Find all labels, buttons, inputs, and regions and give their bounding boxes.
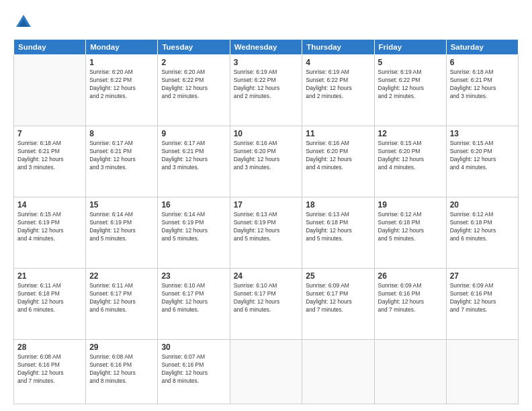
day-info: Sunrise: 6:20 AMSunset: 6:22 PMDaylight:… xyxy=(161,68,226,101)
day-number: 26 xyxy=(378,271,443,281)
calendar: SundayMondayTuesdayWednesdayThursdayFrid… xyxy=(13,39,519,404)
day-number: 3 xyxy=(234,58,299,67)
logo-icon xyxy=(13,12,34,32)
day-number: 12 xyxy=(378,129,443,138)
top-area xyxy=(13,12,519,32)
day-cell: 28Sunrise: 6:08 AMSunset: 6:16 PMDayligh… xyxy=(14,339,86,404)
day-cell: 27Sunrise: 6:09 AMSunset: 6:16 PMDayligh… xyxy=(446,268,518,339)
day-cell: 4Sunrise: 6:19 AMSunset: 6:22 PMDaylight… xyxy=(302,55,374,126)
day-info: Sunrise: 6:14 AMSunset: 6:19 PMDaylight:… xyxy=(89,211,154,243)
page: SundayMondayTuesdayWednesdayThursdayFrid… xyxy=(0,0,532,411)
day-info: Sunrise: 6:19 AMSunset: 6:22 PMDaylight:… xyxy=(234,68,299,101)
day-cell: 13Sunrise: 6:15 AMSunset: 6:20 PMDayligh… xyxy=(446,126,518,197)
day-cell: 17Sunrise: 6:13 AMSunset: 6:19 PMDayligh… xyxy=(230,197,302,268)
day-cell: 8Sunrise: 6:17 AMSunset: 6:21 PMDaylight… xyxy=(86,126,158,197)
header-sunday: Sunday xyxy=(14,40,86,55)
day-number: 17 xyxy=(234,200,299,210)
day-info: Sunrise: 6:10 AMSunset: 6:17 PMDaylight:… xyxy=(234,282,299,314)
day-cell: 24Sunrise: 6:10 AMSunset: 6:17 PMDayligh… xyxy=(230,268,302,339)
day-cell: 6Sunrise: 6:18 AMSunset: 6:21 PMDaylight… xyxy=(446,55,518,126)
day-number: 6 xyxy=(450,58,515,67)
day-info: Sunrise: 6:12 AMSunset: 6:18 PMDaylight:… xyxy=(450,211,515,243)
header-wednesday: Wednesday xyxy=(230,40,302,55)
week-row-0: 1Sunrise: 6:20 AMSunset: 6:22 PMDaylight… xyxy=(14,55,519,126)
day-info: Sunrise: 6:09 AMSunset: 6:16 PMDaylight:… xyxy=(378,282,443,314)
day-cell: 19Sunrise: 6:12 AMSunset: 6:18 PMDayligh… xyxy=(374,197,446,268)
day-number: 21 xyxy=(17,271,82,281)
logo xyxy=(13,12,38,32)
header-tuesday: Tuesday xyxy=(158,40,230,55)
day-cell: 9Sunrise: 6:17 AMSunset: 6:21 PMDaylight… xyxy=(158,126,230,197)
day-cell: 5Sunrise: 6:19 AMSunset: 6:22 PMDaylight… xyxy=(374,55,446,126)
day-info: Sunrise: 6:09 AMSunset: 6:16 PMDaylight:… xyxy=(450,282,515,314)
day-cell: 25Sunrise: 6:09 AMSunset: 6:17 PMDayligh… xyxy=(302,268,374,339)
day-number: 1 xyxy=(89,58,154,67)
day-number: 29 xyxy=(89,342,154,352)
day-info: Sunrise: 6:19 AMSunset: 6:22 PMDaylight:… xyxy=(378,68,443,101)
day-cell: 18Sunrise: 6:13 AMSunset: 6:18 PMDayligh… xyxy=(302,197,374,268)
header-saturday: Saturday xyxy=(446,40,518,55)
day-cell xyxy=(230,339,302,404)
header-monday: Monday xyxy=(86,40,158,55)
day-number: 7 xyxy=(17,129,82,138)
day-cell: 11Sunrise: 6:16 AMSunset: 6:20 PMDayligh… xyxy=(302,126,374,197)
day-cell xyxy=(374,339,446,404)
day-info: Sunrise: 6:15 AMSunset: 6:19 PMDaylight:… xyxy=(17,211,82,243)
day-info: Sunrise: 6:16 AMSunset: 6:20 PMDaylight:… xyxy=(306,140,370,172)
day-number: 23 xyxy=(161,271,226,281)
day-cell: 16Sunrise: 6:14 AMSunset: 6:19 PMDayligh… xyxy=(158,197,230,268)
day-number: 19 xyxy=(378,200,443,210)
day-info: Sunrise: 6:18 AMSunset: 6:21 PMDaylight:… xyxy=(17,140,82,172)
day-number: 4 xyxy=(306,58,370,67)
day-info: Sunrise: 6:09 AMSunset: 6:17 PMDaylight:… xyxy=(306,282,370,314)
day-info: Sunrise: 6:13 AMSunset: 6:18 PMDaylight:… xyxy=(306,211,370,243)
day-number: 30 xyxy=(161,342,226,352)
day-cell: 21Sunrise: 6:11 AMSunset: 6:18 PMDayligh… xyxy=(14,268,86,339)
day-number: 5 xyxy=(378,58,443,67)
day-cell: 29Sunrise: 6:08 AMSunset: 6:16 PMDayligh… xyxy=(86,339,158,404)
day-number: 13 xyxy=(450,129,515,138)
day-number: 2 xyxy=(161,58,226,67)
day-cell xyxy=(14,55,86,126)
day-number: 20 xyxy=(450,200,515,210)
header-row: SundayMondayTuesdayWednesdayThursdayFrid… xyxy=(14,40,519,55)
day-cell: 3Sunrise: 6:19 AMSunset: 6:22 PMDaylight… xyxy=(230,55,302,126)
day-number: 16 xyxy=(161,200,226,210)
day-info: Sunrise: 6:11 AMSunset: 6:17 PMDaylight:… xyxy=(89,282,154,314)
day-number: 9 xyxy=(161,129,226,138)
day-cell: 22Sunrise: 6:11 AMSunset: 6:17 PMDayligh… xyxy=(86,268,158,339)
day-info: Sunrise: 6:13 AMSunset: 6:19 PMDaylight:… xyxy=(234,211,299,243)
day-number: 14 xyxy=(17,200,82,210)
day-info: Sunrise: 6:18 AMSunset: 6:21 PMDaylight:… xyxy=(450,68,515,101)
day-info: Sunrise: 6:19 AMSunset: 6:22 PMDaylight:… xyxy=(306,68,370,101)
calendar-body: 1Sunrise: 6:20 AMSunset: 6:22 PMDaylight… xyxy=(14,55,519,404)
week-row-3: 21Sunrise: 6:11 AMSunset: 6:18 PMDayligh… xyxy=(14,268,519,339)
day-info: Sunrise: 6:07 AMSunset: 6:16 PMDaylight:… xyxy=(161,353,226,385)
day-number: 15 xyxy=(89,200,154,210)
day-info: Sunrise: 6:08 AMSunset: 6:16 PMDaylight:… xyxy=(89,353,154,385)
day-info: Sunrise: 6:15 AMSunset: 6:20 PMDaylight:… xyxy=(450,140,515,172)
day-cell: 12Sunrise: 6:15 AMSunset: 6:20 PMDayligh… xyxy=(374,126,446,197)
week-row-4: 28Sunrise: 6:08 AMSunset: 6:16 PMDayligh… xyxy=(14,339,519,404)
day-cell: 7Sunrise: 6:18 AMSunset: 6:21 PMDaylight… xyxy=(14,126,86,197)
day-number: 28 xyxy=(17,342,82,352)
header-friday: Friday xyxy=(374,40,446,55)
week-row-2: 14Sunrise: 6:15 AMSunset: 6:19 PMDayligh… xyxy=(14,197,519,268)
day-number: 27 xyxy=(450,271,515,281)
header-thursday: Thursday xyxy=(302,40,374,55)
day-cell: 10Sunrise: 6:16 AMSunset: 6:20 PMDayligh… xyxy=(230,126,302,197)
day-number: 25 xyxy=(306,271,370,281)
day-info: Sunrise: 6:20 AMSunset: 6:22 PMDaylight:… xyxy=(89,68,154,101)
day-cell xyxy=(446,339,518,404)
day-number: 11 xyxy=(306,129,370,138)
day-info: Sunrise: 6:11 AMSunset: 6:18 PMDaylight:… xyxy=(17,282,82,314)
day-cell xyxy=(302,339,374,404)
day-number: 18 xyxy=(306,200,370,210)
day-info: Sunrise: 6:17 AMSunset: 6:21 PMDaylight:… xyxy=(89,140,154,172)
day-cell: 23Sunrise: 6:10 AMSunset: 6:17 PMDayligh… xyxy=(158,268,230,339)
day-cell: 2Sunrise: 6:20 AMSunset: 6:22 PMDaylight… xyxy=(158,55,230,126)
day-number: 24 xyxy=(234,271,299,281)
day-cell: 26Sunrise: 6:09 AMSunset: 6:16 PMDayligh… xyxy=(374,268,446,339)
day-number: 8 xyxy=(89,129,154,138)
day-info: Sunrise: 6:16 AMSunset: 6:20 PMDaylight:… xyxy=(234,140,299,172)
